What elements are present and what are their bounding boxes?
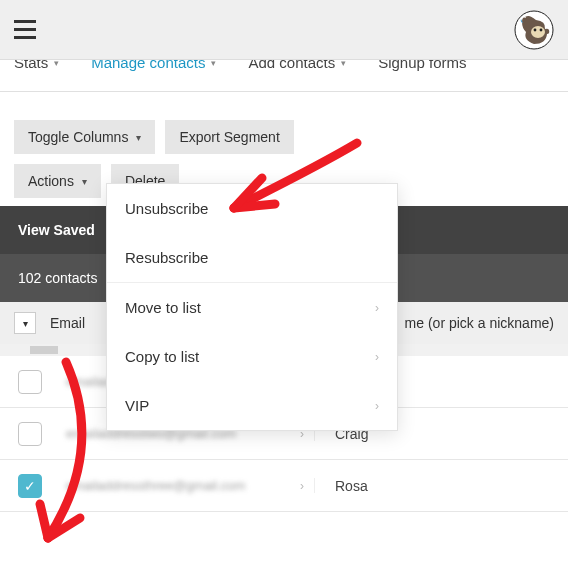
button-label: Actions: [28, 173, 74, 189]
toolbar-row: Toggle Columns ▾ Export Segment: [0, 92, 568, 160]
button-label: Toggle Columns: [28, 129, 128, 145]
mailchimp-logo-icon[interactable]: [514, 10, 554, 50]
select-all-toggle[interactable]: ▾: [14, 312, 36, 334]
menu-item-label: Copy to list: [125, 348, 199, 365]
table-row[interactable]: ✓emailaddressthree@gmail.com›Rosa: [0, 460, 568, 512]
row-checkbox[interactable]: [18, 422, 42, 446]
chevron-right-icon: ›: [300, 479, 304, 493]
top-app-bar: [0, 0, 568, 60]
button-label: Export Segment: [179, 129, 279, 145]
menu-item-vip[interactable]: VIP ›: [107, 381, 397, 430]
caret-down-icon: ▾: [82, 176, 87, 187]
subnav-label: Signup forms: [378, 60, 466, 71]
subnav-stats[interactable]: Stats ▾: [14, 60, 59, 71]
actions-button[interactable]: Actions ▾: [14, 164, 101, 198]
subnav-label: Manage contacts: [91, 60, 205, 71]
subnav-label: Stats: [14, 60, 48, 71]
column-header-email[interactable]: Email: [50, 315, 90, 331]
contacts-count-label: 102 contacts: [18, 270, 97, 286]
subnav-signup-forms[interactable]: Signup forms: [378, 60, 466, 71]
scrollbar-thumb[interactable]: [30, 346, 58, 354]
caret-down-icon: ▾: [341, 60, 346, 68]
menu-item-label: Resubscribe: [125, 249, 208, 266]
menu-item-unsubscribe[interactable]: Unsubscribe: [107, 184, 397, 233]
menu-item-label: Move to list: [125, 299, 201, 316]
svg-point-3: [540, 28, 543, 31]
menu-item-resubscribe[interactable]: Resubscribe: [107, 233, 397, 282]
chevron-right-icon: ›: [375, 350, 379, 364]
menu-item-copy-to-list[interactable]: Copy to list ›: [107, 332, 397, 381]
subnav-add-contacts[interactable]: Add contacts ▾: [248, 60, 346, 71]
toggle-columns-button[interactable]: Toggle Columns ▾: [14, 120, 155, 154]
menu-item-move-to-list[interactable]: Move to list ›: [107, 282, 397, 332]
row-checkbox-cell: ✓: [0, 474, 60, 498]
view-saved-label: View Saved: [18, 222, 95, 238]
subnav-manage-contacts[interactable]: Manage contacts ▾: [91, 60, 216, 71]
caret-down-icon: ▾: [211, 60, 216, 68]
subnav-label: Add contacts: [248, 60, 335, 71]
row-checkbox-cell: [0, 422, 60, 446]
row-name-cell: Rosa: [315, 478, 368, 494]
menu-item-label: Unsubscribe: [125, 200, 208, 217]
row-email-cell[interactable]: emailaddressthree@gmail.com›: [60, 478, 315, 493]
row-checkbox-cell: [0, 370, 60, 394]
row-checkbox[interactable]: [18, 370, 42, 394]
chevron-right-icon: ›: [375, 399, 379, 413]
hamburger-menu-icon[interactable]: [14, 20, 36, 39]
caret-down-icon: ▾: [54, 60, 59, 68]
svg-point-2: [534, 28, 537, 31]
chevron-right-icon: ›: [375, 301, 379, 315]
actions-dropdown-menu: Unsubscribe Resubscribe Move to list › C…: [106, 183, 398, 431]
column-header-name[interactable]: me (or pick a nickname): [405, 315, 554, 331]
export-segment-button[interactable]: Export Segment: [165, 120, 293, 154]
caret-down-icon: ▾: [136, 132, 141, 143]
svg-point-1: [531, 26, 545, 38]
subnav-tabs: Stats ▾ Manage contacts ▾ Add contacts ▾…: [0, 60, 568, 92]
menu-item-label: VIP: [125, 397, 149, 414]
row-checkbox[interactable]: ✓: [18, 474, 42, 498]
row-email-label: emailaddressthree@gmail.com: [66, 478, 245, 493]
